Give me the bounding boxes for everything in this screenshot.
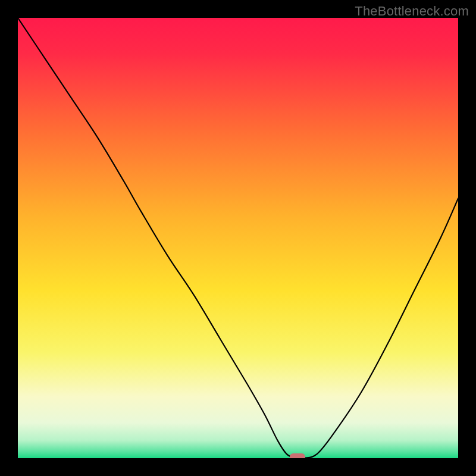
attribution-label: TheBottleneck.com — [355, 4, 469, 19]
optimal-point-marker — [290, 453, 305, 458]
gradient-background — [18, 18, 458, 458]
chart-frame: TheBottleneck.com — [0, 0, 476, 476]
plot-area — [18, 18, 458, 458]
chart-svg — [18, 18, 458, 458]
